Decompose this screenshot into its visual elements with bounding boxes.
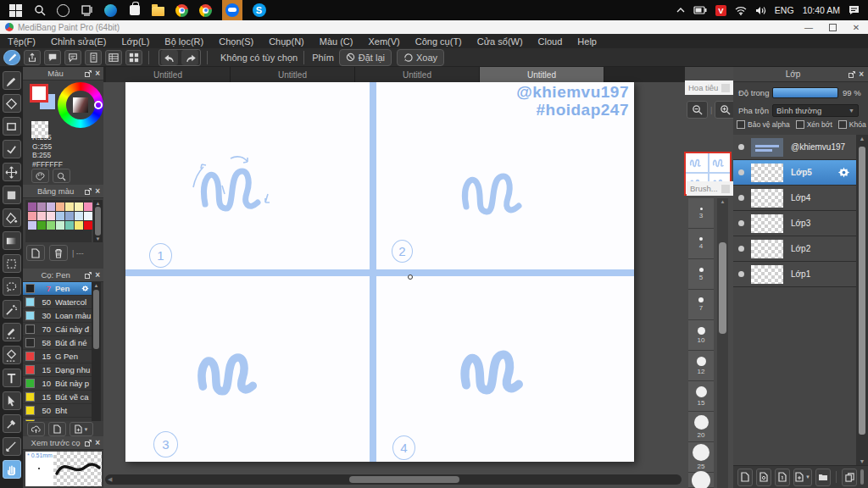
brush-row[interactable]: 50Bht bbox=[23, 404, 92, 418]
brush-row[interactable]: 15Bút vẽ ca bbox=[23, 391, 92, 404]
menu-cloud[interactable]: Cloud bbox=[531, 36, 570, 47]
bucket-tool[interactable] bbox=[3, 208, 21, 227]
palette-swatch[interactable] bbox=[75, 212, 83, 220]
zalo-icon-active[interactable] bbox=[222, 0, 242, 20]
menu-edit[interactable]: Chỉnh sửa(E) bbox=[43, 36, 114, 47]
add-8bit-layer-button[interactable] bbox=[756, 469, 771, 486]
palette-swatch[interactable] bbox=[84, 212, 92, 220]
rotate-view-button[interactable]: Xoay bbox=[397, 49, 444, 66]
redo-icon[interactable] bbox=[181, 50, 198, 65]
layer-visibility-icon[interactable] bbox=[738, 246, 744, 252]
palette-swatch[interactable] bbox=[37, 212, 46, 220]
brush-tool[interactable] bbox=[3, 71, 21, 90]
task-view-icon[interactable] bbox=[80, 3, 94, 18]
close-icon[interactable]: × bbox=[859, 70, 864, 79]
panel-button[interactable] bbox=[721, 84, 730, 92]
canvas-hscrollbar[interactable]: ◀ bbox=[105, 474, 682, 485]
maximize-button[interactable] bbox=[821, 20, 844, 34]
reset-view-button[interactable]: Đặt lại bbox=[339, 49, 392, 66]
palette-swatch[interactable] bbox=[56, 212, 64, 220]
panel-button[interactable] bbox=[721, 185, 730, 193]
select-eraser-tool[interactable] bbox=[3, 346, 21, 364]
brush-size-item[interactable]: 7 bbox=[688, 290, 714, 320]
menu-view[interactable]: Xem(V) bbox=[360, 36, 407, 47]
magic-wand-tool[interactable] bbox=[3, 300, 21, 319]
close-icon[interactable]: × bbox=[95, 439, 100, 447]
select-rect-tool[interactable] bbox=[3, 254, 21, 273]
layer-visibility-icon[interactable] bbox=[738, 144, 744, 150]
close-icon[interactable]: × bbox=[95, 271, 100, 280]
menu-select[interactable]: Chọn(S) bbox=[211, 36, 261, 47]
brush-cloud-button[interactable] bbox=[27, 422, 45, 436]
popout-icon[interactable] bbox=[85, 272, 92, 279]
brush-row[interactable]: 58Bút đi né bbox=[23, 336, 92, 350]
brush-row-partial[interactable] bbox=[23, 418, 92, 421]
brush-row[interactable]: 15Dạng nhu bbox=[23, 363, 92, 377]
menu-help[interactable]: Help bbox=[570, 36, 604, 47]
action-center-icon[interactable] bbox=[849, 5, 860, 15]
palette-swatch[interactable] bbox=[75, 221, 83, 230]
hand-tool[interactable] bbox=[3, 460, 21, 479]
palette-swatch[interactable] bbox=[65, 212, 74, 220]
palette-swatch[interactable] bbox=[84, 221, 92, 230]
layer-folder-button[interactable] bbox=[815, 469, 831, 486]
layer-row-selected[interactable]: Lớp5 bbox=[733, 160, 856, 186]
popout-icon[interactable] bbox=[849, 71, 855, 78]
menu-tools[interactable]: Công cụ(T) bbox=[408, 36, 470, 47]
layer-visibility-icon[interactable] bbox=[738, 195, 744, 201]
add-layer-menu-button[interactable]: ▼ bbox=[793, 469, 813, 486]
palette-swatch[interactable] bbox=[37, 221, 46, 230]
palette-swatch[interactable] bbox=[28, 221, 36, 230]
blend-mode-select[interactable]: Bình thường▼ bbox=[772, 104, 859, 117]
start-button-icon[interactable] bbox=[8, 3, 23, 18]
brush-row[interactable]: 50Watercol bbox=[23, 296, 92, 309]
brush-row-pen[interactable]: 7Pen bbox=[23, 282, 92, 296]
fill-rect-tool[interactable] bbox=[3, 186, 21, 204]
layer-row[interactable]: Lớp4 bbox=[733, 186, 856, 211]
popout-icon[interactable] bbox=[85, 440, 92, 446]
brush-row[interactable]: 10Bút này p bbox=[23, 377, 92, 391]
edge-icon[interactable] bbox=[103, 3, 118, 18]
select-pen-tool[interactable] bbox=[3, 323, 21, 341]
gear-icon[interactable] bbox=[81, 284, 90, 293]
brush-size-item[interactable] bbox=[688, 473, 714, 488]
gear-icon[interactable] bbox=[837, 166, 850, 179]
brush-row[interactable]: 15G Pen bbox=[23, 350, 92, 363]
palette-swatch[interactable] bbox=[28, 202, 36, 211]
layer-visibility-icon[interactable] bbox=[738, 271, 744, 277]
chrome-icon-2[interactable] bbox=[198, 3, 213, 18]
layer-row[interactable]: Lớp2 bbox=[733, 236, 856, 262]
brush-size-item[interactable]: 15 bbox=[688, 381, 714, 412]
footer-scrollbar[interactable] bbox=[860, 469, 864, 485]
menu-layer[interactable]: Lớp(L) bbox=[114, 36, 157, 47]
palette-dialog-button[interactable] bbox=[31, 169, 49, 183]
brush-size-item[interactable]: 3 bbox=[688, 198, 714, 229]
minimize-button[interactable]: — bbox=[797, 20, 821, 34]
skype-icon[interactable]: S bbox=[252, 3, 266, 18]
lasso-tool[interactable] bbox=[3, 277, 21, 296]
color-wheel[interactable] bbox=[58, 82, 103, 128]
zoom-out-button[interactable] bbox=[687, 101, 708, 119]
tray-chevron-icon[interactable] bbox=[676, 7, 685, 14]
document-tab-active[interactable]: Untitled bbox=[480, 67, 604, 82]
operation-tool[interactable] bbox=[3, 391, 21, 410]
move-tool[interactable] bbox=[3, 163, 21, 181]
divide-tool[interactable] bbox=[3, 437, 21, 456]
eraser-tool[interactable] bbox=[3, 94, 21, 113]
color-pick-button[interactable] bbox=[53, 169, 70, 183]
lock-checkbox[interactable]: Khóa bbox=[838, 120, 866, 129]
add-1bit-layer-button[interactable] bbox=[775, 469, 790, 486]
cloud-brush-button[interactable] bbox=[3, 50, 20, 65]
clipping-checkbox[interactable]: Xén bớt bbox=[796, 120, 832, 129]
add-brush-button[interactable] bbox=[48, 422, 66, 436]
document-tab[interactable]: Untitled bbox=[106, 67, 231, 82]
add-layer-button[interactable] bbox=[737, 469, 753, 486]
popout-icon[interactable] bbox=[85, 188, 92, 195]
brush-row[interactable]: 30Loan màu bbox=[23, 309, 92, 323]
canvas[interactable]: 1 2 3 4 @khiemvu197 #hoidap247 bbox=[125, 82, 634, 462]
brush-size-item[interactable]: 4 bbox=[688, 229, 714, 259]
volume-icon[interactable] bbox=[755, 6, 766, 15]
snap-tool[interactable] bbox=[3, 140, 21, 158]
store-icon[interactable] bbox=[127, 3, 142, 18]
foreground-color-swatch[interactable] bbox=[30, 84, 48, 103]
